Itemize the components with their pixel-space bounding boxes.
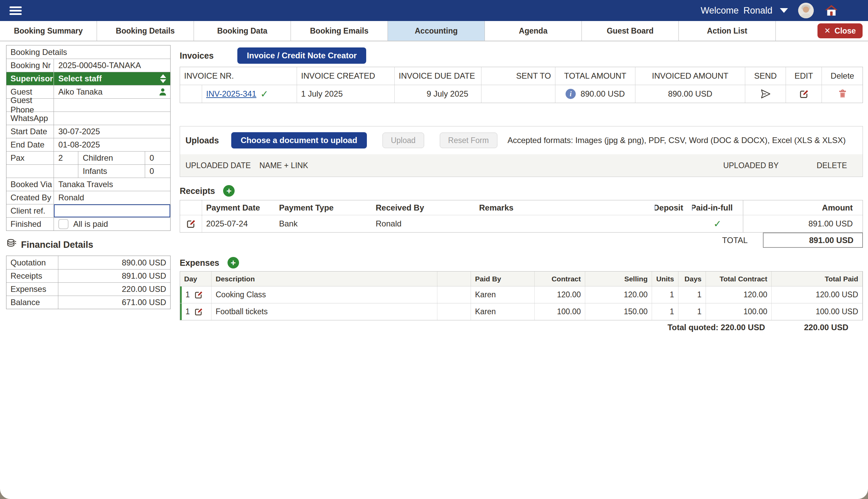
client-ref-row: Client ref. [7, 204, 170, 217]
avatar[interactable] [798, 3, 814, 18]
tab-accounting[interactable]: Accounting [388, 21, 485, 41]
col-uploaded-by: UPLOADED BY [723, 161, 779, 170]
receipts-table-header: Payment Date Payment Type Received By Re… [180, 200, 863, 215]
uploads-section: Uploads Choose a document to upload Uplo… [180, 126, 863, 177]
tab-label: Booking Data [217, 26, 267, 36]
tab-booking-data[interactable]: Booking Data [194, 21, 291, 41]
invoice-creator-button[interactable]: Invoice / Credit Note Creator [237, 47, 366, 64]
home-icon[interactable] [824, 4, 838, 17]
children-label: Children [78, 151, 145, 165]
whatsapp-value[interactable] [54, 112, 170, 125]
receipts-title: Receipts [180, 186, 215, 196]
close-button[interactable]: ✕ Close [818, 23, 863, 38]
invoice-due-cell: 9 July 2025 [395, 85, 481, 103]
edit-expense-button[interactable] [194, 307, 203, 316]
quotation-label: Quotation [7, 256, 58, 269]
start-date-value[interactable]: 30-07-2025 [54, 125, 170, 138]
expenses-total-row: Expenses 220.00 USD [7, 282, 170, 296]
col-deposit: Deposit [655, 200, 692, 215]
delete-invoice-button[interactable] [822, 85, 863, 103]
expenses-value: 220.00 USD [58, 283, 170, 296]
created-by-value: Ronald [54, 191, 170, 204]
edit-receipt-button[interactable] [180, 215, 202, 232]
invoice-created-cell: 1 July 2025 [297, 85, 395, 103]
col-uploads-delete: DELETE [817, 161, 847, 170]
pax-label: Pax [7, 151, 54, 165]
infants-row-spacer2 [54, 165, 78, 178]
username: Ronald [743, 5, 772, 16]
tab-agenda[interactable]: Agenda [485, 21, 582, 41]
supervisor-select[interactable]: Select staff [54, 72, 170, 85]
tab-booking-emails[interactable]: Booking Emails [291, 21, 388, 41]
invoices-header: Invoices Invoice / Credit Note Creator [180, 47, 366, 64]
send-invoice-button[interactable] [745, 85, 786, 103]
upload-button[interactable]: Upload [382, 133, 424, 148]
balance-value: 671.00 USD [58, 296, 170, 309]
tabbar-tail: ✕ Close [776, 21, 868, 41]
col-total-paid: Total Paid [772, 271, 863, 286]
booking-details-panel: Booking Details Booking Nr 2025-000450-T… [6, 45, 171, 309]
receipts-total-bar: TOTAL 891.00 USD [180, 233, 863, 248]
edit-icon [186, 219, 196, 229]
select-arrows-icon [160, 74, 166, 83]
all-is-paid-checkbox[interactable] [58, 219, 69, 229]
trash-icon [838, 89, 848, 99]
invoice-invoiced-cell: 890.00 USD [635, 85, 745, 103]
expense-total-paid: 120.00 USD [772, 287, 863, 303]
tab-booking-summary[interactable]: Booking Summary [0, 21, 97, 41]
receipts-header: Receipts + [180, 185, 235, 197]
expense-total-paid: 100.00 USD [772, 303, 863, 320]
guest-phone-value[interactable] [54, 99, 170, 111]
infants-value[interactable]: 0 [145, 165, 170, 178]
expense-row: 1 Cooking Class Karen 120.00 120.00 1 1 … [180, 286, 863, 303]
tab-booking-details[interactable]: Booking Details [97, 21, 194, 41]
hamburger-menu-icon[interactable] [10, 7, 22, 15]
edit-invoice-button[interactable] [786, 85, 822, 103]
tab-action-list[interactable]: Action List [679, 21, 776, 41]
chevron-down-icon[interactable] [780, 8, 788, 13]
add-receipt-button[interactable]: + [223, 185, 235, 197]
reset-form-button[interactable]: Reset Form [440, 133, 498, 148]
receipt-deposit [655, 215, 692, 232]
receipt-row: 2025-07-24 Bank Ronald ✓ 891.00 USD [180, 215, 863, 232]
person-icon[interactable] [158, 87, 168, 97]
receipt-received-by: Ronald [371, 215, 475, 232]
created-by-row: Created By Ronald [7, 191, 170, 204]
whatsapp-label: WhatsApp [7, 112, 54, 125]
expense-day-cell: 1 [180, 303, 211, 320]
col-selling: Selling [585, 271, 652, 286]
choose-document-button[interactable]: Choose a document to upload [231, 132, 367, 148]
add-expense-button[interactable]: + [228, 257, 239, 268]
edit-icon [194, 290, 203, 299]
booking-nr-value: 2025-000450-TANAKA [54, 59, 170, 72]
guest-value-cell: Aiko Tanaka [54, 85, 170, 98]
col-received-by: Received By [371, 200, 475, 215]
col-days: Days [678, 271, 706, 286]
client-ref-input[interactable] [54, 204, 170, 217]
edit-expense-button[interactable] [194, 290, 203, 299]
end-date-value[interactable]: 01-08-2025 [54, 138, 170, 151]
pax-value[interactable]: 2 [54, 151, 78, 165]
expense-total-contract: 100.00 [706, 303, 772, 320]
info-icon[interactable]: i [565, 89, 576, 99]
tab-label: Guest Board [607, 26, 653, 36]
expense-spacer-cell [437, 287, 471, 303]
expenses-total-quoted: Total quoted: 220.00 USD [668, 323, 765, 332]
infants-row-spacer [7, 165, 54, 178]
invoice-link[interactable]: INV-2025-341 [206, 89, 256, 99]
welcome-text: Welcome Ronald [700, 5, 772, 16]
tab-label: Action List [707, 26, 747, 36]
col-uploaded-date: UPLOADED DATE [185, 161, 259, 170]
col-invoice-due: INVOICE DUE DATE [395, 67, 481, 85]
children-value[interactable]: 0 [145, 151, 170, 165]
financial-details-title: Financial Details [21, 240, 93, 250]
close-label: Close [834, 26, 856, 36]
uploads-toolbar: Uploads Choose a document to upload Uplo… [180, 126, 863, 154]
tab-guest-board[interactable]: Guest Board [582, 21, 679, 41]
col-invoice-created: INVOICE CREATED [297, 67, 395, 85]
send-icon [760, 88, 771, 100]
receipts-table: Payment Date Payment Type Received By Re… [180, 200, 863, 233]
expense-days: 1 [678, 303, 706, 320]
col-contract: Contract [535, 271, 585, 286]
tab-label: Booking Summary [14, 26, 83, 36]
